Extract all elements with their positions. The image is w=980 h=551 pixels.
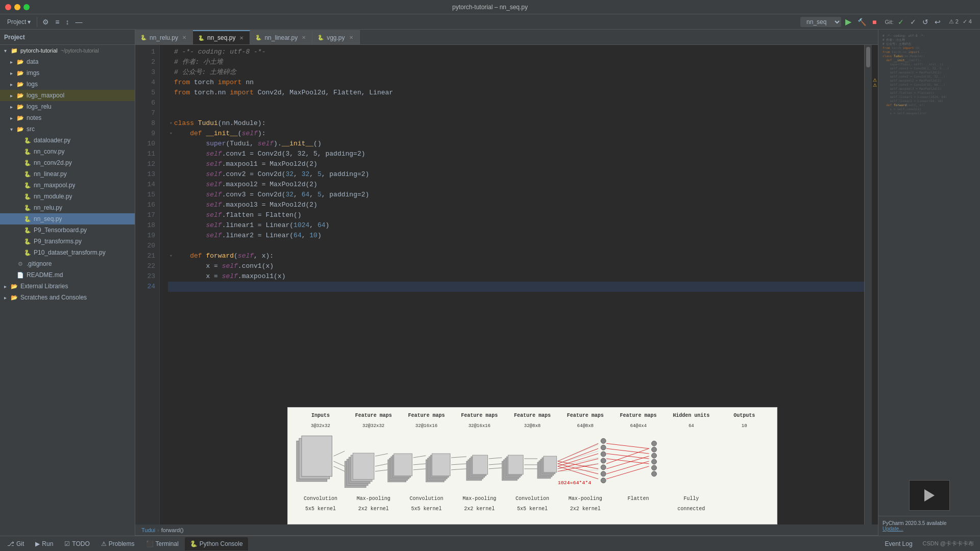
project-dropdown[interactable]: Project ▾ — [4, 17, 34, 27]
sidebar-item-nn-maxpool[interactable]: 🐍 nn_maxpool.py — [0, 180, 135, 191]
fold-gutter — [168, 159, 174, 169]
run-button[interactable]: ▶ — [843, 16, 853, 28]
sidebar-item-p9-transforms[interactable]: 🐍 P9_transforms.py — [0, 236, 135, 247]
sidebar-item-nn-seq[interactable]: 🐍 nn_seq.py — [0, 213, 135, 224]
code-token: , — [309, 190, 317, 200]
close-tab-button[interactable]: ✕ — [348, 34, 354, 41]
no-arrow — [17, 194, 23, 199]
code-token: x = — [174, 271, 222, 282]
sidebar-item-logs[interactable]: ▸ 📂 logs — [0, 79, 135, 90]
bottom-tab-terminal[interactable]: ⬛ Terminal — [141, 537, 184, 550]
no-arrow — [17, 228, 23, 233]
sidebar-item-nn-relu[interactable]: 🐍 nn_relu.py — [0, 202, 135, 213]
sidebar-item-logs-relu[interactable]: ▸ 📂 logs_relu — [0, 101, 135, 112]
git-check-button[interactable]: ✓ — [896, 17, 906, 27]
expand-arrow: ▸ — [10, 59, 16, 65]
sidebar-item-external-libraries[interactable]: ▸ 📂 External Libraries — [0, 281, 135, 292]
separator — [37, 17, 37, 27]
svg-line-77 — [606, 461, 649, 474]
nn-col-label-fm3: Feature maps32@16x16 — [453, 411, 506, 431]
code-token: __init__ — [206, 129, 237, 139]
sidebar-item-nn-conv[interactable]: 🐍 nn_conv.py — [0, 146, 135, 157]
bottom-tab-problems[interactable]: ⚠ Problems — [96, 537, 140, 550]
sidebar-item-imgs[interactable]: ▸ 📂 imgs — [0, 67, 135, 79]
breadcrumb-class[interactable]: Tudui — [141, 527, 155, 533]
close-tab-button[interactable]: ✕ — [301, 34, 307, 41]
fullscreen-window-button[interactable] — [23, 4, 30, 10]
right-scrollbar[interactable] — [864, 45, 872, 524]
nn-bottom-label-conv3: Convolution5x5 kernel — [506, 494, 559, 514]
event-log-label: Event Log — [885, 540, 913, 547]
breadcrumb-separator: › — [157, 527, 159, 533]
close-tab-button[interactable]: ✕ — [238, 35, 244, 41]
code-token — [174, 251, 190, 261]
update-link[interactable]: Update... — [883, 526, 903, 532]
collapse-icon-btn[interactable]: — — [74, 17, 85, 27]
sidebar-item-logs-maxpool[interactable]: ▸ 📂 logs_maxpool — [0, 90, 135, 101]
python-file-icon: 🐍 — [23, 147, 32, 156]
bottom-tab-run[interactable]: ▶ Run — [30, 537, 58, 550]
bottom-tab-git[interactable]: ⎇ Git — [2, 537, 29, 550]
fold-gutter — [168, 169, 174, 180]
git-refresh-button[interactable]: ↺ — [920, 17, 930, 27]
sidebar-item-p9-tensorboard[interactable]: 🐍 P9_Tensorboard.py — [0, 224, 135, 236]
sidebar-item-pytorch-tutorial[interactable]: ▾ 📁 pytorch-tutorial ~/pytorch-tutorial — [0, 45, 135, 56]
settings-icon-btn[interactable]: ⚙ — [40, 17, 51, 27]
sidebar-item-nn-linear[interactable]: 🐍 nn_linear.py — [0, 168, 135, 180]
code-token: torch.nn — [190, 88, 230, 98]
tab-nn-relu[interactable]: 🐍 nn_relu.py ✕ — [135, 30, 193, 44]
code-token: super — [206, 139, 226, 149]
sidebar-item-nn-module[interactable]: 🐍 nn_module.py — [0, 191, 135, 202]
code-token: __init__ — [282, 139, 313, 149]
sidebar-item-nn-conv2d[interactable]: 🐍 nn_conv2d.py — [0, 157, 135, 168]
sidebar-item-gitignore[interactable]: ⚙ .gitignore — [0, 258, 135, 269]
sidebar-item-src[interactable]: ▾ 📂 src — [0, 123, 135, 135]
code-token: .maxpool1 = MaxPool2d(2) — [222, 159, 317, 169]
editor-content[interactable]: 1 2 3 4 5 6 7 8 9 10 11 12 13 14 15 16 1 — [135, 45, 878, 524]
sidebar-item-p10-dataset[interactable]: 🐍 P10_dataset_transform.py — [0, 247, 135, 258]
fold-gutter: ▾ — [168, 118, 174, 129]
stop-button[interactable]: ■ — [870, 17, 878, 27]
video-thumbnail[interactable] — [909, 480, 950, 511]
nn-col-label-fm2: Feature maps32@16x16 — [400, 411, 453, 431]
close-tab-button[interactable]: ✕ — [181, 34, 187, 41]
svg-point-65 — [601, 445, 606, 450]
run-config-select[interactable]: nn_seq — [800, 17, 841, 27]
svg-point-80 — [652, 447, 657, 452]
svg-line-71 — [606, 443, 649, 448]
tab-label: nn_linear.py — [264, 34, 298, 41]
git-tick-button[interactable]: ✓ — [908, 17, 918, 27]
sidebar-item-readme[interactable]: 📄 README.md — [0, 269, 135, 281]
sidebar-item-scratches[interactable]: ▸ 📂 Scratches and Consoles — [0, 292, 135, 303]
code-token: ) — [326, 220, 330, 231]
bottom-tab-python-console[interactable]: 🐍 Python Console — [185, 537, 248, 550]
bottom-tab-todo[interactable]: ☑ TODO — [59, 537, 94, 550]
bottom-tab-event-log[interactable]: Event Log — [880, 537, 918, 550]
sidebar-item-data[interactable]: ▸ 📂 data — [0, 56, 135, 67]
git-revert-button[interactable]: ↩ — [933, 17, 943, 27]
code-token: 64 — [317, 220, 326, 231]
nn-col-label-fm4: Feature maps32@8x8 — [506, 411, 559, 431]
breadcrumb: Tudui › forward() — [135, 524, 878, 536]
python-file-icon: 🐍 — [23, 170, 32, 178]
sidebar-item-notes[interactable]: ▸ 📂 notes — [0, 112, 135, 123]
tab-vgg[interactable]: 🐍 vgg.py ✕ — [312, 30, 359, 44]
code-editor[interactable]: # -*- coding: utf-8 -*- # 作者: 小土堆 # 公众号:… — [160, 45, 864, 524]
close-window-button[interactable] — [5, 4, 11, 10]
python-file-icon: 🐍 — [23, 226, 32, 234]
sync-icon-btn[interactable]: ↕ — [64, 17, 71, 27]
svg-line-3 — [334, 451, 345, 456]
bottom-tab-label: Terminal — [156, 540, 179, 547]
tab-nn-linear[interactable]: 🐍 nn_linear.py ✕ — [250, 30, 312, 44]
folder-icon: 📂 — [16, 103, 24, 111]
tab-bar: 🐍 nn_relu.py ✕ 🐍 nn_seq.py ✕ 🐍 nn_linear… — [135, 30, 878, 45]
problems-icon: ⚠ — [101, 540, 107, 547]
sort-icon-btn[interactable]: ≡ — [53, 17, 61, 27]
build-button[interactable]: 🔨 — [855, 17, 868, 27]
tab-nn-seq[interactable]: 🐍 nn_seq.py ✕ — [193, 30, 250, 44]
minimize-window-button[interactable] — [14, 4, 20, 10]
breadcrumb-method[interactable]: forward() — [161, 527, 184, 533]
update-msg: PyCharm 2020.3.5 available — [883, 520, 947, 526]
scrollbar-thumb[interactable] — [866, 47, 870, 67]
sidebar-item-dataloader[interactable]: 🐍 dataloader.py — [0, 135, 135, 146]
